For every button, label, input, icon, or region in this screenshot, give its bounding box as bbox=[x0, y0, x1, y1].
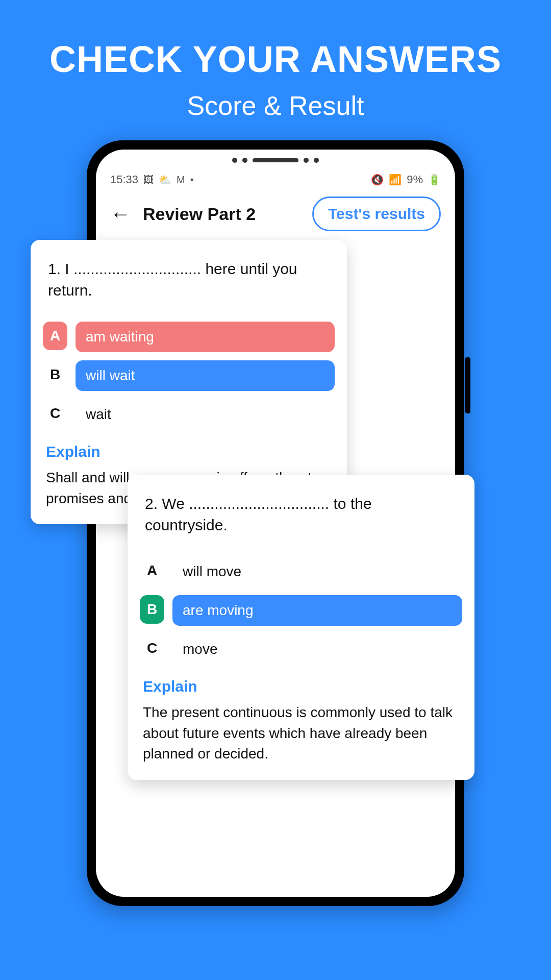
status-bar: 15:33 🖼 ⛅ M • 🔇 📶 9% 🔋 bbox=[96, 171, 455, 186]
option-row-c[interactable]: C wait bbox=[43, 399, 335, 430]
question-text: 1. I .............................. here… bbox=[43, 251, 335, 313]
option-row-b[interactable]: B are moving bbox=[140, 595, 462, 626]
explain-label: Explain bbox=[43, 443, 335, 460]
test-results-button[interactable]: Test's results bbox=[312, 197, 441, 231]
status-right: 🔇 📶 9% 🔋 bbox=[371, 173, 441, 186]
explain-text: The present continuous is commonly used … bbox=[140, 702, 462, 765]
option-letter: B bbox=[140, 595, 164, 624]
question-card-2: 2. We ................................. … bbox=[128, 475, 474, 780]
option-letter: C bbox=[140, 634, 164, 663]
option-text: am waiting bbox=[76, 322, 335, 352]
option-letter: C bbox=[43, 399, 67, 428]
status-time: 15:33 bbox=[110, 173, 138, 186]
status-left: 15:33 🖼 ⛅ M • bbox=[110, 173, 194, 186]
option-row-c[interactable]: C move bbox=[140, 634, 462, 665]
phone-side-button bbox=[465, 357, 470, 413]
question-text: 2. We ................................. … bbox=[140, 486, 462, 548]
option-letter: A bbox=[43, 322, 67, 350]
weather-icon: ⛅ bbox=[159, 174, 171, 186]
image-icon: 🖼 bbox=[143, 174, 154, 186]
option-letter: A bbox=[140, 556, 164, 585]
option-letter: B bbox=[43, 360, 67, 389]
back-arrow-icon[interactable]: ← bbox=[110, 204, 131, 224]
hero: CHECK YOUR ANSWERS Score & Result bbox=[0, 0, 551, 121]
explain-label: Explain bbox=[140, 678, 462, 695]
option-text: wait bbox=[76, 399, 335, 430]
option-text: will move bbox=[172, 556, 462, 587]
option-text: are moving bbox=[172, 595, 462, 626]
option-row-b[interactable]: B will wait bbox=[43, 360, 335, 391]
option-row-a[interactable]: A will move bbox=[140, 556, 462, 587]
option-text: will wait bbox=[76, 360, 335, 391]
option-text: move bbox=[172, 634, 462, 665]
hero-subtitle: Score & Result bbox=[0, 90, 551, 121]
battery-percent: 9% bbox=[407, 173, 423, 186]
battery-icon: 🔋 bbox=[428, 174, 441, 186]
mail-icon: M bbox=[177, 174, 185, 186]
app-header: ← Review Part 2 Test's results bbox=[96, 186, 455, 236]
hero-title: CHECK YOUR ANSWERS bbox=[0, 38, 551, 80]
option-row-a[interactable]: A am waiting bbox=[43, 322, 335, 352]
dot-icon: • bbox=[190, 174, 194, 186]
mute-icon: 🔇 bbox=[371, 174, 384, 186]
page-title: Review Part 2 bbox=[143, 204, 256, 224]
phone-notch bbox=[96, 150, 455, 171]
signal-icon: 📶 bbox=[389, 174, 402, 186]
